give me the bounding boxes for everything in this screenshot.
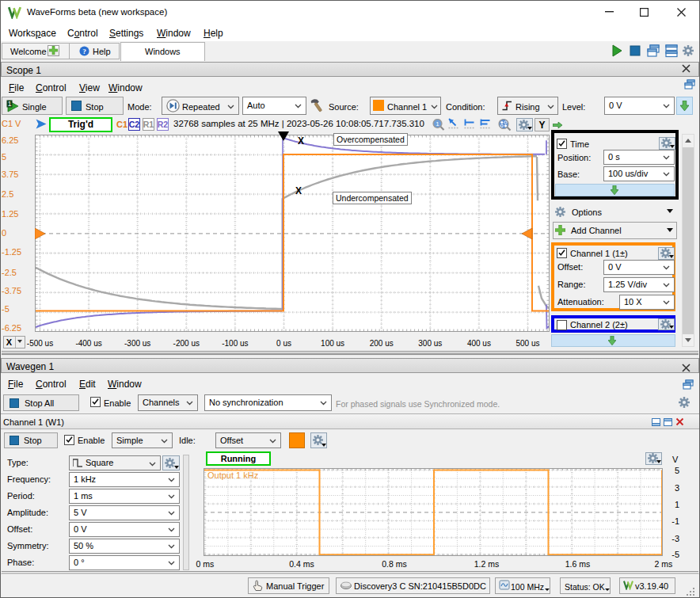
svg-text:X: X	[295, 185, 302, 196]
svg-text:1: 1	[8, 100, 12, 108]
svg-text:X: X	[298, 135, 304, 147]
svg-text:?: ?	[82, 48, 86, 55]
svg-text:1: 1	[436, 120, 439, 128]
